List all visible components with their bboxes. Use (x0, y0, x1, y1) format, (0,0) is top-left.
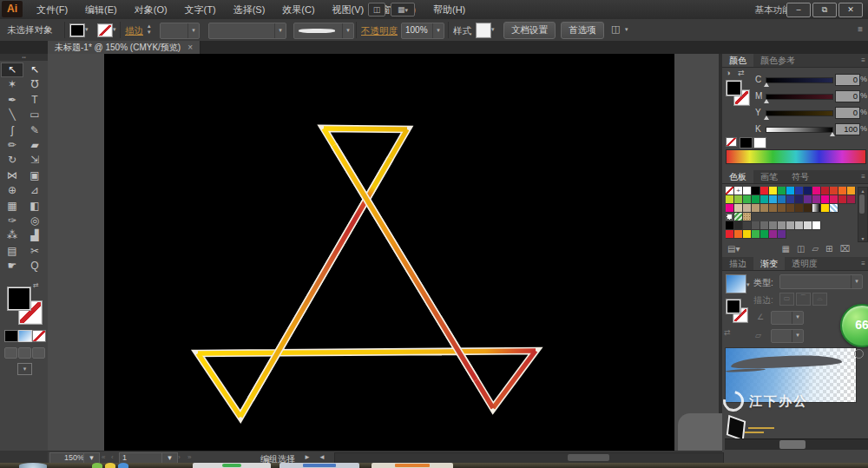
color-spectrum-bar[interactable] (726, 149, 866, 164)
restore-button[interactable]: ⧉ (812, 3, 837, 17)
swatch[interactable] (830, 204, 838, 213)
draw-inside-mode-icon[interactable] (32, 347, 45, 359)
rectangle-tool[interactable]: ▭ (23, 108, 46, 122)
swatch[interactable] (726, 187, 734, 195)
swatch[interactable] (812, 195, 821, 204)
gradient-mode-button[interactable] (18, 330, 32, 342)
scroll-down-icon[interactable]: ▾ (858, 235, 867, 241)
fill-caret-icon[interactable]: ▾ (85, 26, 89, 33)
swatches-scrollbar[interactable]: ▴ ▾ (858, 187, 868, 242)
tab-渐变[interactable]: 渐变 (753, 257, 785, 270)
tab-颜色参考[interactable]: 颜色参考 (753, 54, 802, 67)
fill-color-swatch[interactable] (69, 23, 85, 37)
swatch[interactable] (804, 195, 812, 204)
swatch[interactable] (734, 230, 743, 239)
scroll-up-icon[interactable]: ▴ (858, 188, 867, 194)
opacity-dropdown[interactable]: 100% ▾ (401, 23, 444, 39)
new-color-group-icon[interactable]: ▱ (812, 244, 819, 254)
swatch[interactable] (734, 213, 743, 221)
menu-item-8[interactable]: 帮助(H) (424, 0, 474, 19)
slider-value-C[interactable]: 0 (835, 74, 860, 86)
zoom-tool[interactable]: Q (23, 259, 46, 274)
blob-brush-tool[interactable]: ✏ (1, 138, 23, 153)
color-shield-icon[interactable]: ◑ (726, 69, 730, 77)
line-segment-tool[interactable]: ╲ (1, 108, 23, 122)
swatch[interactable] (830, 187, 838, 195)
swatch[interactable] (778, 230, 786, 239)
none-mode-button[interactable] (32, 330, 46, 342)
swatch[interactable] (786, 195, 795, 204)
style-swatch[interactable] (476, 23, 491, 38)
scroll-left-icon[interactable]: ◄ (319, 453, 326, 461)
swatch[interactable] (838, 195, 847, 204)
swatch[interactable] (804, 204, 812, 213)
tab-透明度[interactable]: 透明度 (785, 257, 825, 270)
swatch[interactable] (847, 195, 856, 204)
swatch[interactable] (812, 187, 821, 195)
swatches-panel-menu-icon[interactable]: ≡ (861, 173, 865, 181)
opacity-panel-link[interactable]: 不透明度 (361, 25, 398, 37)
swatch[interactable] (838, 187, 847, 195)
swatch[interactable] (847, 187, 856, 195)
column-graph-tool[interactable]: ▟ (23, 228, 46, 243)
brush-definition-dropdown[interactable]: ▾ (208, 23, 286, 39)
last-artboard-icon[interactable]: » (187, 453, 191, 461)
triangle-knot-artwork[interactable] (104, 54, 674, 451)
color-none-swatch[interactable] (726, 137, 737, 147)
swatch[interactable] (743, 204, 752, 213)
swatch[interactable] (743, 195, 752, 204)
width-tool[interactable]: ⋈ (1, 168, 23, 183)
color-mode-button[interactable] (4, 330, 18, 342)
tools-panel-grip[interactable]: ▪▪ (0, 54, 48, 61)
tab-颜色[interactable]: 颜色 (722, 54, 753, 67)
gradient-type-dropdown[interactable]: ▾ (779, 274, 863, 289)
taskbar-icon-blue[interactable] (118, 463, 128, 468)
swatch[interactable] (795, 204, 804, 213)
prev-artboard-icon[interactable]: ‹ (111, 453, 114, 461)
share-icon[interactable]: ◫ (611, 23, 620, 35)
swatch[interactable] (743, 230, 752, 239)
swatch[interactable] (778, 187, 786, 195)
stroke-weight-dropdown[interactable]: ▾ (160, 23, 200, 39)
swatch[interactable] (743, 213, 752, 221)
lasso-tool[interactable]: ℧ (23, 77, 46, 92)
slider-thumb-Y[interactable] (764, 115, 769, 120)
scroll-thumb[interactable] (859, 194, 865, 214)
swatch[interactable] (830, 195, 838, 204)
eyedropper-tool[interactable]: ✑ (1, 214, 23, 228)
type-tool[interactable]: T (23, 93, 46, 108)
swatch[interactable] (795, 221, 804, 230)
taskbar-browser-icon[interactable] (19, 463, 47, 468)
swap-fill-stroke-icon[interactable]: ⇄ (33, 281, 39, 289)
swatch[interactable] (734, 204, 743, 213)
draw-behind-mode-icon[interactable] (18, 347, 31, 359)
share-caret-icon[interactable]: ▾ (625, 26, 628, 33)
mesh-tool[interactable]: ▦ (1, 199, 23, 214)
tab-画笔[interactable]: 画笔 (753, 170, 785, 183)
swatch[interactable] (743, 221, 752, 230)
menu-item-5[interactable]: 效果(C) (273, 0, 323, 19)
stroke-color-swatch[interactable] (97, 23, 113, 37)
swatch[interactable] (778, 195, 786, 204)
swatch[interactable] (821, 204, 830, 213)
bridge-icon[interactable]: ◫ (368, 3, 385, 16)
swatch[interactable] (760, 221, 769, 230)
gradient-panel-menu-icon[interactable]: ≡ (861, 260, 865, 267)
swatch[interactable] (726, 213, 734, 221)
swatch[interactable] (726, 230, 734, 239)
pencil-tool[interactable]: ✎ (23, 123, 46, 138)
menu-item-2[interactable]: 对象(O) (126, 0, 176, 19)
swatch[interactable] (752, 204, 760, 213)
swatch[interactable] (769, 230, 778, 239)
swatch[interactable] (821, 187, 830, 195)
stroke-weight-stepper[interactable]: ▴ ▾ (148, 23, 156, 37)
slider-value-M[interactable]: 0 (835, 90, 860, 102)
menu-item-3[interactable]: 文字(T) (176, 0, 225, 19)
shape-builder-tool[interactable]: ⊕ (1, 183, 23, 198)
document-setup-button[interactable]: 文档设置 (503, 22, 556, 39)
swatch[interactable] (743, 187, 752, 195)
swatch[interactable] (769, 195, 778, 204)
swatch[interactable] (726, 204, 734, 213)
eraser-tool[interactable]: ▰ (23, 138, 46, 153)
width-profile-dropdown[interactable]: ▾ (293, 23, 354, 39)
